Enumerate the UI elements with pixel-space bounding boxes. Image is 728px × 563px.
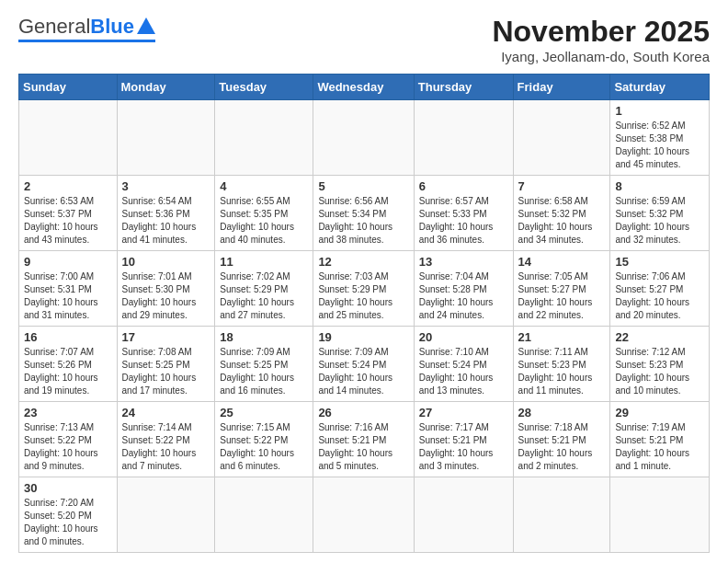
day-number: 18 [220, 330, 308, 344]
calendar-cell [610, 477, 710, 553]
calendar-cell: 12Sunrise: 7:03 AM Sunset: 5:29 PM Dayli… [313, 251, 414, 327]
calendar-cell [513, 100, 610, 176]
calendar-cell: 5Sunrise: 6:56 AM Sunset: 5:34 PM Daylig… [313, 176, 414, 251]
calendar-cell [313, 477, 414, 553]
day-info: Sunrise: 7:08 AM Sunset: 5:25 PM Dayligh… [122, 346, 210, 397]
day-info: Sunrise: 7:16 AM Sunset: 5:21 PM Dayligh… [318, 421, 408, 473]
day-info: Sunrise: 6:54 AM Sunset: 5:36 PM Dayligh… [122, 195, 210, 247]
day-info: Sunrise: 7:12 AM Sunset: 5:23 PM Dayligh… [615, 346, 704, 397]
day-info: Sunrise: 7:10 AM Sunset: 5:24 PM Dayligh… [419, 346, 508, 397]
calendar-cell [215, 477, 313, 553]
calendar-cell [19, 100, 118, 176]
calendar-cell [215, 100, 313, 176]
logo-triangle-icon [137, 17, 155, 34]
calendar-cell: 9Sunrise: 7:00 AM Sunset: 5:31 PM Daylig… [19, 251, 118, 327]
calendar-cell: 27Sunrise: 7:17 AM Sunset: 5:21 PM Dayli… [414, 402, 513, 477]
day-number: 11 [220, 255, 308, 269]
location-subtitle: Iyang, Jeollanam-do, South Korea [492, 49, 710, 64]
calendar-cell: 21Sunrise: 7:11 AM Sunset: 5:23 PM Dayli… [513, 327, 610, 402]
day-info: Sunrise: 7:17 AM Sunset: 5:21 PM Dayligh… [419, 421, 508, 473]
day-number: 9 [24, 255, 112, 269]
calendar-cell: 28Sunrise: 7:18 AM Sunset: 5:21 PM Dayli… [513, 402, 610, 477]
title-area: November 2025 Iyang, Jeollanam-do, South… [492, 15, 710, 64]
day-number: 5 [318, 179, 408, 193]
day-info: Sunrise: 7:15 AM Sunset: 5:22 PM Dayligh… [220, 421, 308, 473]
calendar-cell: 23Sunrise: 7:13 AM Sunset: 5:22 PM Dayli… [19, 402, 118, 477]
day-info: Sunrise: 7:20 AM Sunset: 5:20 PM Dayligh… [24, 497, 112, 548]
day-number: 10 [122, 255, 210, 269]
day-info: Sunrise: 6:56 AM Sunset: 5:34 PM Dayligh… [318, 195, 408, 247]
day-info: Sunrise: 7:01 AM Sunset: 5:30 PM Dayligh… [122, 270, 210, 322]
calendar-week-row: 30Sunrise: 7:20 AM Sunset: 5:20 PM Dayli… [19, 477, 710, 553]
day-number: 25 [220, 406, 308, 419]
day-info: Sunrise: 7:13 AM Sunset: 5:22 PM Dayligh… [24, 421, 112, 473]
day-number: 8 [615, 179, 704, 193]
calendar-cell [414, 477, 513, 553]
day-number: 16 [24, 330, 112, 344]
day-info: Sunrise: 7:19 AM Sunset: 5:21 PM Dayligh… [615, 421, 704, 473]
day-number: 4 [220, 179, 308, 193]
day-number: 20 [419, 330, 508, 344]
logo-general-text: General [18, 15, 90, 39]
calendar-cell [414, 100, 513, 176]
weekday-header-row: SundayMondayTuesdayWednesdayThursdayFrid… [19, 75, 710, 100]
calendar-cell: 7Sunrise: 6:58 AM Sunset: 5:32 PM Daylig… [513, 176, 610, 251]
calendar-cell: 6Sunrise: 6:57 AM Sunset: 5:33 PM Daylig… [414, 176, 513, 251]
day-info: Sunrise: 7:06 AM Sunset: 5:27 PM Dayligh… [615, 270, 704, 322]
day-number: 27 [419, 406, 508, 419]
day-info: Sunrise: 6:58 AM Sunset: 5:32 PM Dayligh… [518, 195, 606, 247]
day-number: 6 [419, 179, 508, 193]
day-number: 28 [518, 406, 606, 419]
day-info: Sunrise: 6:59 AM Sunset: 5:32 PM Dayligh… [615, 195, 704, 247]
calendar-cell: 2Sunrise: 6:53 AM Sunset: 5:37 PM Daylig… [19, 176, 118, 251]
weekday-header-thursday: Thursday [414, 75, 513, 100]
calendar-cell: 30Sunrise: 7:20 AM Sunset: 5:20 PM Dayli… [19, 477, 118, 553]
day-number: 15 [615, 255, 704, 269]
day-number: 1 [615, 104, 704, 118]
day-info: Sunrise: 7:09 AM Sunset: 5:24 PM Dayligh… [318, 346, 408, 397]
calendar-cell: 4Sunrise: 6:55 AM Sunset: 5:35 PM Daylig… [215, 176, 313, 251]
calendar-cell [117, 100, 215, 176]
calendar-cell: 19Sunrise: 7:09 AM Sunset: 5:24 PM Dayli… [313, 327, 414, 402]
day-number: 13 [419, 255, 508, 269]
day-info: Sunrise: 7:14 AM Sunset: 5:22 PM Dayligh… [122, 421, 210, 473]
calendar-week-row: 9Sunrise: 7:00 AM Sunset: 5:31 PM Daylig… [19, 251, 710, 327]
logo-blue-text: Blue [90, 15, 134, 39]
day-number: 23 [24, 406, 112, 419]
calendar-week-row: 23Sunrise: 7:13 AM Sunset: 5:22 PM Dayli… [19, 402, 710, 477]
day-info: Sunrise: 6:55 AM Sunset: 5:35 PM Dayligh… [220, 195, 308, 247]
calendar-cell: 3Sunrise: 6:54 AM Sunset: 5:36 PM Daylig… [117, 176, 215, 251]
calendar-cell: 11Sunrise: 7:02 AM Sunset: 5:29 PM Dayli… [215, 251, 313, 327]
day-number: 19 [318, 330, 408, 344]
day-info: Sunrise: 7:02 AM Sunset: 5:29 PM Dayligh… [220, 270, 308, 322]
day-number: 24 [122, 406, 210, 419]
weekday-header-sunday: Sunday [19, 75, 118, 100]
day-info: Sunrise: 6:52 AM Sunset: 5:38 PM Dayligh… [615, 120, 704, 171]
day-info: Sunrise: 7:03 AM Sunset: 5:29 PM Dayligh… [318, 270, 408, 322]
day-number: 3 [122, 179, 210, 193]
calendar-cell: 29Sunrise: 7:19 AM Sunset: 5:21 PM Dayli… [610, 402, 710, 477]
calendar-cell: 18Sunrise: 7:09 AM Sunset: 5:25 PM Dayli… [215, 327, 313, 402]
calendar-cell [313, 100, 414, 176]
day-info: Sunrise: 6:53 AM Sunset: 5:37 PM Dayligh… [24, 195, 112, 247]
weekday-header-saturday: Saturday [610, 75, 710, 100]
calendar-cell: 1Sunrise: 6:52 AM Sunset: 5:38 PM Daylig… [610, 100, 710, 176]
logo: General Blue [18, 15, 155, 42]
weekday-header-monday: Monday [117, 75, 215, 100]
calendar-week-row: 1Sunrise: 6:52 AM Sunset: 5:38 PM Daylig… [19, 100, 710, 176]
weekday-header-wednesday: Wednesday [313, 75, 414, 100]
day-info: Sunrise: 7:00 AM Sunset: 5:31 PM Dayligh… [24, 270, 112, 322]
calendar-cell: 17Sunrise: 7:08 AM Sunset: 5:25 PM Dayli… [117, 327, 215, 402]
weekday-header-friday: Friday [513, 75, 610, 100]
day-number: 2 [24, 179, 112, 193]
calendar-week-row: 16Sunrise: 7:07 AM Sunset: 5:26 PM Dayli… [19, 327, 710, 402]
month-title: November 2025 [492, 15, 710, 49]
calendar-cell: 20Sunrise: 7:10 AM Sunset: 5:24 PM Dayli… [414, 327, 513, 402]
calendar-cell: 13Sunrise: 7:04 AM Sunset: 5:28 PM Dayli… [414, 251, 513, 327]
day-number: 26 [318, 406, 408, 419]
day-number: 12 [318, 255, 408, 269]
day-number: 30 [24, 481, 112, 495]
calendar-cell: 10Sunrise: 7:01 AM Sunset: 5:30 PM Dayli… [117, 251, 215, 327]
day-info: Sunrise: 7:18 AM Sunset: 5:21 PM Dayligh… [518, 421, 606, 473]
calendar-cell: 25Sunrise: 7:15 AM Sunset: 5:22 PM Dayli… [215, 402, 313, 477]
